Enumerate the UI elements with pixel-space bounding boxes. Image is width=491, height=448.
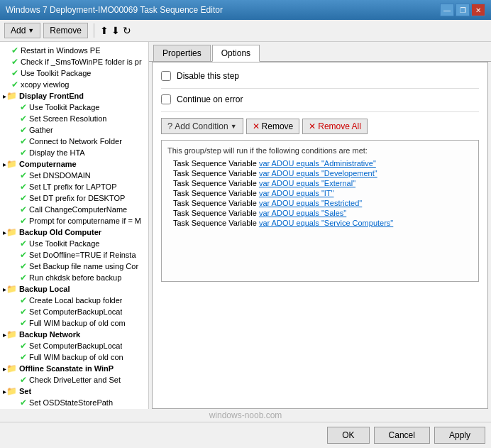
window-title: Windows 7 Deployment-IMO00069 Task Seque… [6,5,223,15]
tree-item[interactable]: ▸ 📁Backup Local [0,283,148,295]
tree-item[interactable]: ✔Gather [0,124,148,136]
tree-item-label: Set LT prefix for LAPTOP [29,182,117,191]
continue-error-checkbox[interactable] [161,94,171,104]
tree-item-label: Set Screen Resolution [29,114,106,123]
tab-options[interactable]: Options [212,45,260,62]
refresh-icon[interactable]: ↻ [123,25,131,36]
condition-link[interactable]: var ADOU equals "Service Computers" [259,219,393,227]
status-check-icon: ✔ [20,307,27,317]
tree-panel: ✔Restart in Windows PE✔Check if _SmsToWi… [0,42,149,409]
tree-item-label: Restart in Windows PE [21,46,100,55]
tree-item[interactable]: ▸ 📁Offline Scanstate in WinP [0,363,148,374]
tree-item-label: Use Toolkit Package [29,103,99,111]
add-button[interactable]: Add ▼ [4,23,40,38]
condition-link[interactable]: var ADOU equals "Developement" [259,169,377,177]
condition-prefix: Task Sequence Variable [173,169,259,177]
tree-item-label: Call ChangeComputerName [29,205,127,214]
minimize-button[interactable]: — [440,4,454,16]
close-button[interactable]: ✕ [471,4,485,16]
remove-condition-button[interactable]: ✕ Remove [246,119,300,134]
tree-item-label: Prompt for computername if = M [29,217,141,225]
status-check-icon: ✔ [20,114,27,124]
status-check-icon: ✔ [20,239,27,248]
condition-link[interactable]: var ADOU equals "Restricted" [259,199,362,207]
tree-item[interactable]: ✔Set ComputerBackupLocat [0,340,148,351]
status-check-icon: ✔ [20,273,27,283]
remove-all-button[interactable]: ✕ Remove All [302,119,368,134]
title-bar: Windows 7 Deployment-IMO00069 Task Seque… [0,0,491,20]
tree-item[interactable]: ▸ 📁Computername [0,158,148,170]
tree-item-label: Set DoOffline=TRUE if Reinsta [29,251,136,259]
folder-icon: 📁 [6,284,17,294]
tree-item-label: xcopy viewlog [21,80,69,89]
tree-item[interactable]: ✔Display the HTA [0,147,148,158]
status-check-icon: ✔ [11,45,18,55]
tree-item[interactable]: ✔Set LT prefix for LAPTOP [0,181,148,192]
condition-item: Task Sequence Variable var ADOU equals "… [167,189,473,197]
tree-item[interactable]: ✔Call ChangeComputerName [0,204,148,215]
condition-link[interactable]: var ADOU equals "Sales" [259,209,346,217]
status-check-icon: ✔ [20,295,27,305]
add-condition-button[interactable]: ? Add Condition ▼ [161,118,243,134]
apply-button[interactable]: Apply [434,427,485,444]
tree-item[interactable]: ✔Use Toolkit Package [0,67,148,79]
status-check-icon: ✔ [20,125,27,135]
restore-button[interactable]: ❐ [456,4,470,16]
status-check-icon: ✔ [20,182,27,192]
tree-item[interactable]: ✔Check if _SmsToWinPE folder is pr [0,56,148,67]
condition-link[interactable]: var ADOU equals "Administrative" [259,159,376,168]
tree-item[interactable]: ✔Check DriveLetter and Set [0,374,148,386]
remove-condition-icon: ✕ [253,121,260,131]
disable-step-checkbox[interactable] [161,71,171,81]
tree-item[interactable]: ✔Prompt for computername if = M [0,215,148,226]
tree-item[interactable]: ▸ 📁Set [0,386,148,397]
condition-prefix: Task Sequence Variable [173,189,259,197]
tree-item[interactable]: ✔Full WIM backup of old con [0,351,148,363]
folder-icon: 📁 [6,364,17,373]
tree-item[interactable]: ✔Full WIM backup of old com [0,317,148,329]
move-up-icon[interactable]: ⬆ [100,25,109,36]
status-check-icon: ✔ [20,204,27,214]
ok-button[interactable]: OK [327,427,369,444]
tree-item-label: Set ComputerBackupLocat [29,307,122,316]
tree-item[interactable]: ✔Set DT prefix for DESKTOP [0,192,148,204]
tree-item[interactable]: ✔Set DNSDOMAIN [0,170,148,181]
status-check-icon: ✔ [20,193,27,203]
folder-icon: 📁 [6,227,17,237]
tree-item[interactable]: ▸ 📁Display FrontEnd [0,90,148,102]
tree-item[interactable]: ✔Restart in Windows PE [0,45,148,56]
tree-item[interactable]: ✔Run chkdsk before backup [0,272,148,283]
remove-button[interactable]: Remove [43,23,88,38]
tree-item[interactable]: ✔Use Toolkit Package [0,102,148,113]
tree-item[interactable]: ▸ 📁Backup Old Computer [0,226,148,238]
folder-icon: 📁 [6,91,17,101]
tree-item[interactable]: ✔Set OSDStateStorePath [0,397,148,408]
tree-item[interactable]: ✔Set Backup file name using Cor [0,261,148,272]
options-panel: Disable this step Continue on error ? Ad… [152,62,488,409]
right-panel: Properties Options Disable this step Con… [149,42,491,409]
tree-item[interactable]: ✔Set DoOffline=TRUE if Reinsta [0,249,148,261]
tree-item[interactable]: ✔xcopy viewlog [0,79,148,90]
condition-prefix: Task Sequence Variable [173,219,259,227]
tree-item-label: Set Backup file name using Cor [29,262,138,271]
move-down-icon[interactable]: ⬇ [111,25,120,36]
tree-item[interactable]: ✔Use Toolkit Package [0,238,148,249]
tree-item[interactable]: ✔Set ComputerBackupLocat [0,306,148,317]
tree-item-label: Set OSDStateStorePath [29,398,113,407]
condition-link[interactable]: var ADOU equals "External" [259,179,355,187]
watermark-text: windows-noob.com [209,410,282,420]
tree-item-label: Gather [29,126,53,134]
cancel-button[interactable]: Cancel [374,427,430,444]
condition-link[interactable]: var ADOU equals "IT" [259,189,334,197]
tree-item[interactable]: ✔Create Local backup folder [0,295,148,306]
tree-item[interactable]: ▸ 📁Backup Network [0,329,148,340]
tree-item[interactable]: ✔Connect to Network Folder [0,136,148,147]
tree-item[interactable]: ✔Set Screen Resolution [0,113,148,124]
condition-item: Task Sequence Variable var ADOU equals "… [167,169,473,177]
tree-item-label: Set DT prefix for DESKTOP [29,194,125,202]
toolbar-separator [94,23,94,38]
status-check-icon: ✔ [20,136,27,146]
tab-properties[interactable]: Properties [153,45,211,61]
tree-item-label: Check DriveLetter and Set [29,376,121,384]
tree-item-label: Backup Local [19,285,70,293]
